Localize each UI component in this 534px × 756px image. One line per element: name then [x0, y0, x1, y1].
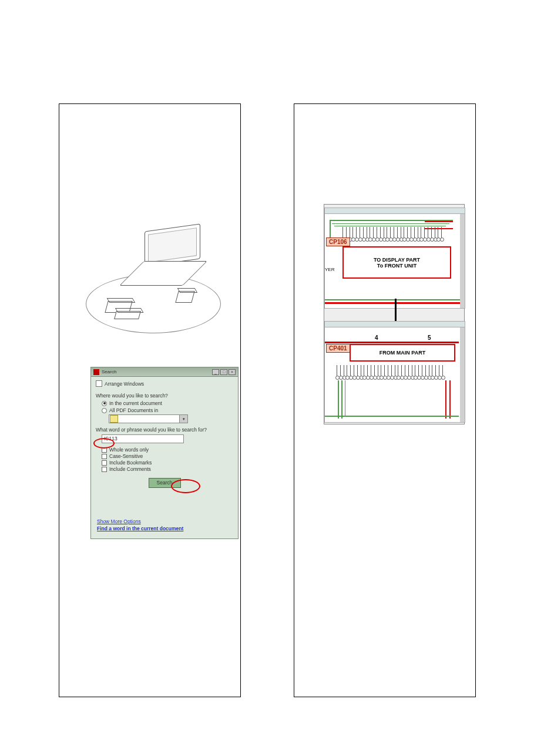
media-box-icon [114, 311, 141, 319]
wiring-line [341, 380, 342, 419]
wiring-line [332, 223, 449, 224]
wiring-line [330, 220, 331, 237]
laptop-illustration [95, 228, 212, 339]
radio-current-document[interactable] [102, 401, 107, 406]
link-box-line1: TO DISPLAY PART [374, 257, 420, 263]
wiring-line-red [425, 221, 453, 222]
adobe-icon [93, 369, 99, 375]
wiring-line [334, 226, 446, 226]
pdf-toolbar [325, 208, 465, 214]
bookmarks-label: Include Bookmarks [109, 460, 152, 466]
checkbox-comments[interactable] [102, 467, 107, 472]
find-word-link[interactable]: Find a word in the current document [97, 526, 183, 531]
maximize-button[interactable]: □ [220, 369, 227, 375]
search-input[interactable]: IC113 [102, 434, 184, 443]
folder-icon [110, 415, 118, 423]
scrollbar[interactable] [460, 214, 465, 308]
pin-row [342, 227, 442, 240]
arrange-windows-label: Arrange Windows [105, 381, 144, 387]
radio-all-pdf[interactable] [102, 408, 107, 413]
media-box-icon [175, 291, 194, 303]
where-search-label: Where would you like to search? [96, 393, 233, 399]
grid-coord-4: 4 [375, 334, 378, 341]
search-button[interactable]: Search [149, 478, 181, 488]
titlebar: Search _ □ × [91, 367, 238, 377]
case-sensitive-label: Case-Sensitive [109, 453, 143, 459]
what-search-label: What word or phrase would you like to se… [96, 427, 233, 433]
link-box-main[interactable]: FROM MAIN PART [350, 344, 455, 362]
border-line [325, 302, 460, 304]
pdf-toolbar [325, 322, 465, 327]
wiring-line [345, 380, 345, 416]
link-box-line2: To FRONT UNIT [377, 263, 417, 269]
diagram-comparison: CP106 YER TO DISPLAY PART To FRONT UNIT [324, 204, 465, 424]
laptop-icon [145, 228, 208, 287]
window-title: Search [102, 369, 212, 374]
checkbox-whole-words[interactable] [102, 447, 107, 453]
checkbox-bookmarks[interactable] [102, 460, 107, 466]
diagram-bottom: 4 5 CP401 FROM MAIN PART [324, 321, 465, 423]
radio-all-label: All PDF Documents in [109, 407, 158, 413]
wiring-line-red [449, 380, 451, 419]
link-box-display[interactable]: TO DISPLAY PART To FRONT UNIT [342, 246, 451, 279]
whole-words-label: Whole words only [109, 447, 149, 453]
location-combo[interactable]: ▾ [109, 414, 188, 423]
search-dialog: Search _ □ × Arrange Windows Where would… [90, 367, 239, 539]
chevron-down-icon: ▾ [179, 415, 187, 423]
diagram-top: CP106 YER TO DISPLAY PART To FRONT UNIT [324, 208, 465, 309]
connector-tag-cp401: CP401 [326, 344, 350, 353]
show-more-options-link[interactable]: Show More Options [97, 519, 183, 524]
wiring-line [338, 380, 339, 419]
wiring-line [325, 416, 459, 417]
radio-current-label: In the current document [109, 400, 162, 406]
close-button[interactable]: × [229, 369, 236, 375]
connector-tag-cp106: CP106 [326, 237, 350, 246]
scrollbar[interactable] [460, 327, 465, 422]
wiring-line [325, 299, 460, 300]
right-panel: CP106 YER TO DISPLAY PART To FRONT UNIT [294, 103, 476, 697]
left-panel: Search _ □ × Arrange Windows Where would… [59, 103, 241, 697]
minimize-button[interactable]: _ [212, 369, 219, 375]
label-yer: YER [325, 267, 334, 272]
grid-coord-5: 5 [428, 334, 431, 341]
arrange-windows-icon[interactable] [96, 380, 102, 387]
border-line [325, 342, 459, 343]
pin-row [337, 365, 443, 378]
wiring-line-red [445, 380, 446, 419]
checkbox-case-sensitive[interactable] [102, 454, 107, 459]
comments-label: Include Comments [109, 466, 151, 472]
link-box-line1: FROM MAIN PART [379, 350, 425, 356]
